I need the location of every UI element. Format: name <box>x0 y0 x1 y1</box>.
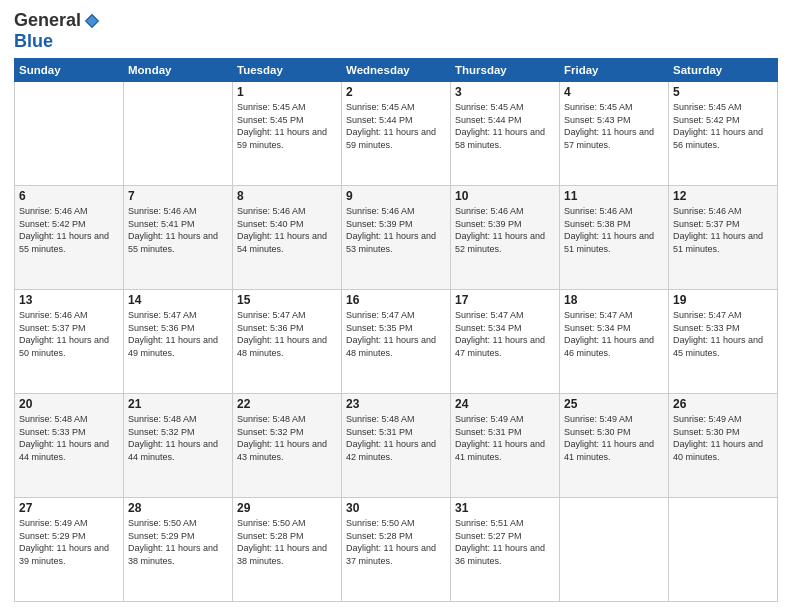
weekday-header-monday: Monday <box>124 59 233 82</box>
day-number: 6 <box>19 189 119 203</box>
day-info: Sunrise: 5:45 AM Sunset: 5:44 PM Dayligh… <box>455 101 555 151</box>
logo-icon <box>83 12 101 30</box>
weekday-header-tuesday: Tuesday <box>233 59 342 82</box>
calendar-cell: 21Sunrise: 5:48 AM Sunset: 5:32 PM Dayli… <box>124 394 233 498</box>
day-number: 8 <box>237 189 337 203</box>
day-info: Sunrise: 5:45 AM Sunset: 5:43 PM Dayligh… <box>564 101 664 151</box>
calendar-week-2: 6Sunrise: 5:46 AM Sunset: 5:42 PM Daylig… <box>15 186 778 290</box>
day-info: Sunrise: 5:45 AM Sunset: 5:44 PM Dayligh… <box>346 101 446 151</box>
logo: General Blue <box>14 10 101 52</box>
calendar-week-4: 20Sunrise: 5:48 AM Sunset: 5:33 PM Dayli… <box>15 394 778 498</box>
day-number: 28 <box>128 501 228 515</box>
day-info: Sunrise: 5:47 AM Sunset: 5:34 PM Dayligh… <box>455 309 555 359</box>
day-info: Sunrise: 5:47 AM Sunset: 5:34 PM Dayligh… <box>564 309 664 359</box>
calendar-cell: 30Sunrise: 5:50 AM Sunset: 5:28 PM Dayli… <box>342 498 451 602</box>
day-info: Sunrise: 5:47 AM Sunset: 5:33 PM Dayligh… <box>673 309 773 359</box>
day-number: 16 <box>346 293 446 307</box>
day-number: 9 <box>346 189 446 203</box>
calendar-cell: 26Sunrise: 5:49 AM Sunset: 5:30 PM Dayli… <box>669 394 778 498</box>
day-info: Sunrise: 5:50 AM Sunset: 5:28 PM Dayligh… <box>346 517 446 567</box>
calendar-week-5: 27Sunrise: 5:49 AM Sunset: 5:29 PM Dayli… <box>15 498 778 602</box>
logo-blue-text: Blue <box>14 31 53 52</box>
weekday-header-saturday: Saturday <box>669 59 778 82</box>
day-number: 3 <box>455 85 555 99</box>
calendar-cell: 11Sunrise: 5:46 AM Sunset: 5:38 PM Dayli… <box>560 186 669 290</box>
calendar-cell: 15Sunrise: 5:47 AM Sunset: 5:36 PM Dayli… <box>233 290 342 394</box>
calendar-cell: 3Sunrise: 5:45 AM Sunset: 5:44 PM Daylig… <box>451 82 560 186</box>
day-info: Sunrise: 5:45 AM Sunset: 5:45 PM Dayligh… <box>237 101 337 151</box>
day-number: 26 <box>673 397 773 411</box>
day-number: 22 <box>237 397 337 411</box>
day-number: 29 <box>237 501 337 515</box>
day-info: Sunrise: 5:46 AM Sunset: 5:38 PM Dayligh… <box>564 205 664 255</box>
day-number: 14 <box>128 293 228 307</box>
weekday-header-sunday: Sunday <box>15 59 124 82</box>
day-info: Sunrise: 5:45 AM Sunset: 5:42 PM Dayligh… <box>673 101 773 151</box>
day-number: 24 <box>455 397 555 411</box>
day-number: 5 <box>673 85 773 99</box>
calendar-cell <box>560 498 669 602</box>
day-number: 18 <box>564 293 664 307</box>
day-info: Sunrise: 5:48 AM Sunset: 5:32 PM Dayligh… <box>128 413 228 463</box>
day-info: Sunrise: 5:46 AM Sunset: 5:41 PM Dayligh… <box>128 205 228 255</box>
calendar-cell: 28Sunrise: 5:50 AM Sunset: 5:29 PM Dayli… <box>124 498 233 602</box>
calendar-cell: 8Sunrise: 5:46 AM Sunset: 5:40 PM Daylig… <box>233 186 342 290</box>
calendar-week-1: 1Sunrise: 5:45 AM Sunset: 5:45 PM Daylig… <box>15 82 778 186</box>
day-number: 11 <box>564 189 664 203</box>
calendar-cell: 22Sunrise: 5:48 AM Sunset: 5:32 PM Dayli… <box>233 394 342 498</box>
calendar-cell: 20Sunrise: 5:48 AM Sunset: 5:33 PM Dayli… <box>15 394 124 498</box>
day-info: Sunrise: 5:46 AM Sunset: 5:37 PM Dayligh… <box>673 205 773 255</box>
day-info: Sunrise: 5:46 AM Sunset: 5:40 PM Dayligh… <box>237 205 337 255</box>
calendar-cell: 17Sunrise: 5:47 AM Sunset: 5:34 PM Dayli… <box>451 290 560 394</box>
calendar-cell <box>124 82 233 186</box>
calendar-week-3: 13Sunrise: 5:46 AM Sunset: 5:37 PM Dayli… <box>15 290 778 394</box>
calendar-cell: 25Sunrise: 5:49 AM Sunset: 5:30 PM Dayli… <box>560 394 669 498</box>
day-number: 12 <box>673 189 773 203</box>
day-info: Sunrise: 5:46 AM Sunset: 5:42 PM Dayligh… <box>19 205 119 255</box>
day-number: 31 <box>455 501 555 515</box>
calendar-cell: 7Sunrise: 5:46 AM Sunset: 5:41 PM Daylig… <box>124 186 233 290</box>
day-info: Sunrise: 5:48 AM Sunset: 5:32 PM Dayligh… <box>237 413 337 463</box>
calendar-cell: 9Sunrise: 5:46 AM Sunset: 5:39 PM Daylig… <box>342 186 451 290</box>
weekday-header-thursday: Thursday <box>451 59 560 82</box>
day-number: 1 <box>237 85 337 99</box>
day-number: 21 <box>128 397 228 411</box>
calendar-cell: 16Sunrise: 5:47 AM Sunset: 5:35 PM Dayli… <box>342 290 451 394</box>
day-info: Sunrise: 5:49 AM Sunset: 5:29 PM Dayligh… <box>19 517 119 567</box>
day-info: Sunrise: 5:48 AM Sunset: 5:31 PM Dayligh… <box>346 413 446 463</box>
day-info: Sunrise: 5:47 AM Sunset: 5:36 PM Dayligh… <box>128 309 228 359</box>
day-number: 7 <box>128 189 228 203</box>
day-info: Sunrise: 5:47 AM Sunset: 5:36 PM Dayligh… <box>237 309 337 359</box>
day-info: Sunrise: 5:51 AM Sunset: 5:27 PM Dayligh… <box>455 517 555 567</box>
day-info: Sunrise: 5:47 AM Sunset: 5:35 PM Dayligh… <box>346 309 446 359</box>
calendar-cell: 19Sunrise: 5:47 AM Sunset: 5:33 PM Dayli… <box>669 290 778 394</box>
day-info: Sunrise: 5:49 AM Sunset: 5:30 PM Dayligh… <box>564 413 664 463</box>
day-info: Sunrise: 5:50 AM Sunset: 5:28 PM Dayligh… <box>237 517 337 567</box>
day-number: 27 <box>19 501 119 515</box>
calendar-cell: 6Sunrise: 5:46 AM Sunset: 5:42 PM Daylig… <box>15 186 124 290</box>
calendar-cell: 4Sunrise: 5:45 AM Sunset: 5:43 PM Daylig… <box>560 82 669 186</box>
calendar-cell: 18Sunrise: 5:47 AM Sunset: 5:34 PM Dayli… <box>560 290 669 394</box>
calendar-cell: 14Sunrise: 5:47 AM Sunset: 5:36 PM Dayli… <box>124 290 233 394</box>
day-info: Sunrise: 5:48 AM Sunset: 5:33 PM Dayligh… <box>19 413 119 463</box>
day-number: 30 <box>346 501 446 515</box>
day-number: 4 <box>564 85 664 99</box>
calendar-cell: 12Sunrise: 5:46 AM Sunset: 5:37 PM Dayli… <box>669 186 778 290</box>
weekday-header-friday: Friday <box>560 59 669 82</box>
page: General Blue SundayMondayTuesdayWednesda… <box>0 0 792 612</box>
day-number: 15 <box>237 293 337 307</box>
calendar-cell: 2Sunrise: 5:45 AM Sunset: 5:44 PM Daylig… <box>342 82 451 186</box>
day-number: 10 <box>455 189 555 203</box>
day-number: 20 <box>19 397 119 411</box>
header: General Blue <box>14 10 778 52</box>
day-info: Sunrise: 5:46 AM Sunset: 5:39 PM Dayligh… <box>346 205 446 255</box>
calendar-cell: 23Sunrise: 5:48 AM Sunset: 5:31 PM Dayli… <box>342 394 451 498</box>
calendar-cell: 24Sunrise: 5:49 AM Sunset: 5:31 PM Dayli… <box>451 394 560 498</box>
day-info: Sunrise: 5:49 AM Sunset: 5:31 PM Dayligh… <box>455 413 555 463</box>
day-info: Sunrise: 5:49 AM Sunset: 5:30 PM Dayligh… <box>673 413 773 463</box>
calendar-cell <box>15 82 124 186</box>
calendar-table: SundayMondayTuesdayWednesdayThursdayFrid… <box>14 58 778 602</box>
day-number: 2 <box>346 85 446 99</box>
day-number: 19 <box>673 293 773 307</box>
day-number: 23 <box>346 397 446 411</box>
